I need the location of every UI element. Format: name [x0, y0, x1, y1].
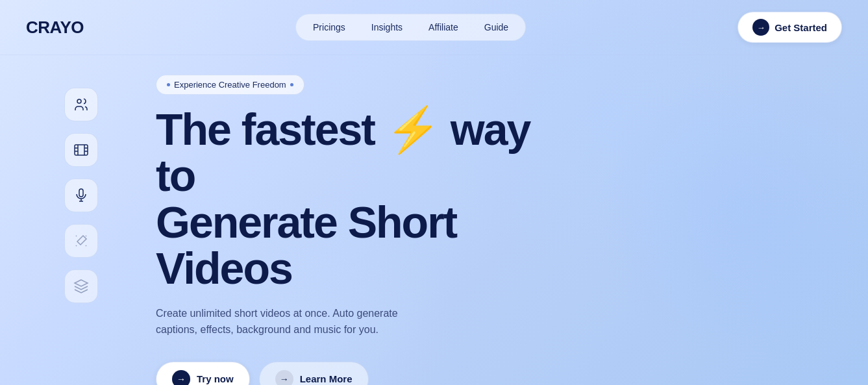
badge-text: Experience Creative Freedom [174, 80, 286, 90]
film-svg-icon [73, 142, 89, 158]
try-now-label: Try now [197, 373, 234, 384]
layers-svg-icon [73, 279, 89, 294]
right-circle-decoration [582, 49, 868, 373]
lightning-icon: ⚡ [386, 106, 440, 153]
microphone-svg-icon [73, 188, 89, 203]
get-started-button[interactable]: → Get Started [738, 12, 842, 43]
learn-more-arrow-icon: → [275, 370, 293, 385]
nav-links: Pricings Insights Affiliate Guide [295, 14, 526, 41]
sidebar-icons [0, 68, 130, 385]
svg-point-0 [77, 99, 81, 103]
hero-buttons: → Try now → Learn More [156, 362, 556, 385]
headline-part3: Generate Short Videos [156, 197, 456, 293]
hero-headline: The fastest ⚡ way to Generate Short Vide… [156, 106, 556, 292]
svg-rect-2 [79, 189, 83, 197]
main-content: Experience Creative Freedom The fastest … [0, 55, 868, 385]
badge-dot-left [167, 83, 170, 86]
right-panel [595, 68, 868, 385]
community-svg-icon [73, 97, 89, 112]
nav-affiliate[interactable]: Affiliate [417, 18, 470, 36]
nav-insights[interactable]: Insights [360, 18, 414, 36]
learn-more-label: Learn More [300, 373, 353, 384]
hero-section: Experience Creative Freedom The fastest … [130, 68, 595, 385]
sidebar-layers-icon[interactable] [64, 269, 98, 303]
try-now-button[interactable]: → Try now [156, 362, 250, 385]
get-started-arrow-icon: → [752, 19, 769, 36]
try-now-arrow-icon: → [172, 370, 190, 385]
tagline-badge: Experience Creative Freedom [156, 75, 304, 95]
sidebar-magic-icon[interactable] [64, 224, 98, 258]
logo: CRAYO [26, 18, 84, 38]
sidebar-film-icon[interactable] [64, 133, 98, 167]
svg-rect-1 [75, 145, 88, 155]
magic-svg-icon [73, 233, 89, 249]
hero-description: Create unlimited short videos at once. A… [156, 305, 428, 338]
nav-guide[interactable]: Guide [473, 18, 520, 36]
navbar: CRAYO Pricings Insights Affiliate Guide … [0, 0, 868, 55]
svg-marker-5 [75, 280, 88, 286]
get-started-label: Get Started [775, 22, 827, 33]
sidebar-community-icon[interactable] [64, 88, 98, 121]
learn-more-button[interactable]: → Learn More [259, 362, 369, 385]
badge-dot-right [290, 83, 293, 86]
page-wrapper: CRAYO Pricings Insights Affiliate Guide … [0, 0, 868, 385]
headline-part1: The fastest [156, 105, 386, 154]
sidebar-microphone-icon[interactable] [64, 179, 98, 212]
nav-pricings[interactable]: Pricings [301, 18, 357, 36]
